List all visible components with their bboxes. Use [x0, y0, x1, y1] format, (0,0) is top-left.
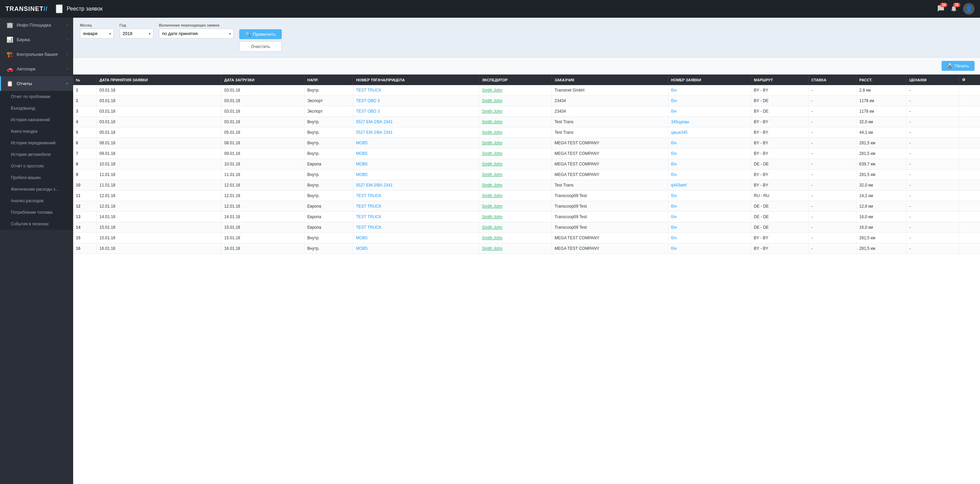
cell-truck[interactable]: MOB5: [353, 148, 479, 159]
cell-expeditor[interactable]: Smith John: [479, 117, 552, 127]
expeditor-link[interactable]: Smith John: [482, 183, 502, 188]
cell-expeditor[interactable]: Smith John: [479, 106, 552, 117]
submenu-geozones[interactable]: События в геозонах: [0, 218, 73, 230]
expeditor-link[interactable]: Smith John: [482, 119, 502, 124]
submenu-cost-analysis[interactable]: Анализ расходов: [0, 195, 73, 207]
submenu-car-history[interactable]: История автомобиля: [0, 149, 73, 160]
cell-order-num[interactable]: q443wtrf: [668, 180, 751, 191]
expeditor-link[interactable]: Smith John: [482, 215, 502, 219]
expeditor-link[interactable]: Smith John: [482, 99, 502, 103]
order-link[interactable]: б/н: [671, 204, 677, 209]
cell-order-num[interactable]: б/н: [668, 96, 751, 106]
cell-order-num[interactable]: б/н: [668, 169, 751, 180]
truck-link[interactable]: MOB5: [356, 151, 368, 156]
expeditor-link[interactable]: Smith John: [482, 204, 502, 209]
submenu-fuel[interactable]: Потребление топлива: [0, 207, 73, 218]
cell-truck[interactable]: TEST TRUCK: [353, 191, 479, 201]
cell-order-num[interactable]: б/н: [668, 191, 751, 201]
expeditor-link[interactable]: Smith John: [482, 109, 502, 114]
sidebar-item-autopark[interactable]: 🚗 Автопарк ›: [0, 62, 73, 76]
order-link[interactable]: 345цукаы: [671, 119, 689, 124]
order-link[interactable]: б/н: [671, 140, 677, 145]
truck-link[interactable]: TEST TRUCK: [356, 215, 382, 219]
order-link[interactable]: б/н: [671, 151, 677, 156]
cell-expeditor[interactable]: Smith John: [479, 233, 552, 244]
order-link[interactable]: б/н: [671, 193, 677, 198]
truck-link[interactable]: MOB5: [356, 236, 368, 240]
order-link[interactable]: q443wtrf: [671, 183, 687, 188]
cell-expeditor[interactable]: Smith John: [479, 169, 552, 180]
cell-expeditor[interactable]: Smith John: [479, 180, 552, 191]
cell-truck[interactable]: TEST OBD 3: [353, 106, 479, 117]
truck-link[interactable]: MOB5: [356, 162, 368, 166]
year-select[interactable]: 2016 2017 2018 2019 2020: [119, 29, 153, 38]
expeditor-link[interactable]: Smith John: [482, 225, 502, 230]
clear-button[interactable]: Очистить: [239, 41, 282, 52]
cell-truck[interactable]: TEST TRUCK: [353, 201, 479, 212]
truck-link[interactable]: TEST TRUCK: [356, 88, 382, 92]
order-link[interactable]: цвыа345: [671, 130, 688, 135]
submenu-movement-history[interactable]: История передвижений: [0, 137, 73, 149]
cell-order-num[interactable]: б/н: [668, 106, 751, 117]
order-link[interactable]: б/н: [671, 236, 677, 240]
submenu-problems[interactable]: Отчет по проблемам: [0, 91, 73, 102]
cell-truck[interactable]: 5527 ЕМ-2/ВА 2341: [353, 180, 479, 191]
apply-button[interactable]: 🔍 Применить: [239, 29, 282, 39]
submenu-entry-exit[interactable]: Въезд/выезд: [0, 102, 73, 114]
submenu-actual-costs[interactable]: Фактические расходы з...: [0, 183, 73, 195]
cell-truck[interactable]: MOB5: [353, 169, 479, 180]
cell-expeditor[interactable]: Smith John: [479, 201, 552, 212]
cell-truck[interactable]: TEST OBD 3: [353, 96, 479, 106]
expeditor-link[interactable]: Smith John: [482, 236, 502, 240]
cell-order-num[interactable]: б/н: [668, 222, 751, 233]
expeditor-link[interactable]: Smith John: [482, 151, 502, 156]
order-link[interactable]: б/н: [671, 246, 677, 251]
expeditor-link[interactable]: Smith John: [482, 140, 502, 145]
expeditor-link[interactable]: Smith John: [482, 162, 502, 166]
cell-truck[interactable]: MOB5: [353, 244, 479, 254]
cell-truck[interactable]: TEST TRUCK: [353, 222, 479, 233]
cell-truck[interactable]: MOB5: [353, 138, 479, 148]
hamburger-button[interactable]: ☰: [56, 5, 63, 13]
order-link[interactable]: б/н: [671, 215, 677, 219]
cell-expeditor[interactable]: Smith John: [479, 148, 552, 159]
order-link[interactable]: б/н: [671, 109, 677, 114]
expeditor-link[interactable]: Smith John: [482, 130, 502, 135]
expeditor-link[interactable]: Smith John: [482, 172, 502, 177]
sidebar-item-control[interactable]: 🏗️ Контрольная башня ›: [0, 47, 73, 62]
month-select[interactable]: января февраля марта апреля мая июня июл…: [80, 29, 114, 38]
expeditor-link[interactable]: Smith John: [482, 246, 502, 251]
cell-truck[interactable]: 5527 ЕМ-2/ВА 2341: [353, 127, 479, 138]
submenu-trip-book[interactable]: Книга поездок: [0, 126, 73, 137]
cell-order-num[interactable]: б/н: [668, 201, 751, 212]
cell-order-num[interactable]: б/н: [668, 85, 751, 96]
cell-order-num[interactable]: б/н: [668, 233, 751, 244]
order-link[interactable]: б/н: [671, 225, 677, 230]
cell-truck[interactable]: MOB5: [353, 159, 479, 169]
truck-link[interactable]: MOB5: [356, 246, 368, 251]
truck-link[interactable]: TEST TRUCK: [356, 204, 382, 209]
submenu-history-assignments[interactable]: История назначений: [0, 114, 73, 126]
truck-link[interactable]: MOB5: [356, 172, 368, 177]
expeditor-link[interactable]: Smith John: [482, 193, 502, 198]
order-link[interactable]: б/н: [671, 162, 677, 166]
cell-expeditor[interactable]: Smith John: [479, 222, 552, 233]
print-button[interactable]: 🖨️ Печать: [942, 61, 975, 71]
cell-order-num[interactable]: б/н: [668, 148, 751, 159]
sidebar-item-info[interactable]: 🏢 Инфо Площадка ›: [0, 18, 73, 32]
avatar-button[interactable]: 👤: [963, 3, 975, 14]
cell-truck[interactable]: TEST TRUCK: [353, 212, 479, 222]
order-link[interactable]: б/н: [671, 172, 677, 177]
cell-expeditor[interactable]: Smith John: [479, 96, 552, 106]
truck-link[interactable]: TEST TRUCK: [356, 225, 382, 230]
sidebar-item-birzha[interactable]: 📊 Биржа ›: [0, 32, 73, 47]
cell-truck[interactable]: MOB5: [353, 233, 479, 244]
cell-expeditor[interactable]: Smith John: [479, 212, 552, 222]
truck-link[interactable]: TEST OBD 3: [356, 99, 380, 103]
truck-link[interactable]: TEST TRUCK: [356, 193, 382, 198]
order-link[interactable]: б/н: [671, 99, 677, 103]
cell-order-num[interactable]: цвыа345: [668, 127, 751, 138]
cell-expeditor[interactable]: Smith John: [479, 85, 552, 96]
cell-order-num[interactable]: б/н: [668, 159, 751, 169]
cell-truck[interactable]: 5527 ЕМ-2/ВА 2341: [353, 117, 479, 127]
